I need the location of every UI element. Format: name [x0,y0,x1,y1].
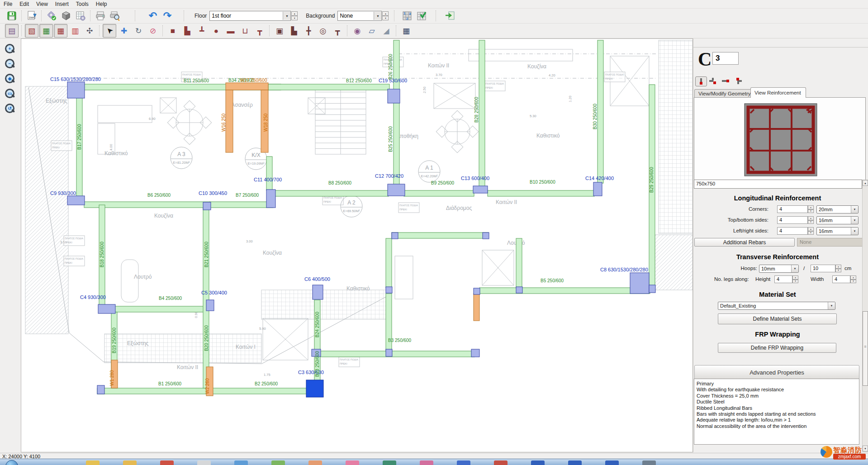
zoom-previous-tool[interactable]: ↺ [2,101,18,116]
legs-height-spinner[interactable]: ▲▼ [792,275,798,283]
mesh-tool-icon[interactable]: ▦ [399,24,413,38]
corners-count-input[interactable]: 4 [777,205,808,213]
menu-edit[interactable]: Edit [16,0,33,8]
corners-spinner[interactable]: ▲▼ [808,205,814,213]
background-spinner[interactable]: ▲▼ [382,11,389,20]
additional-rebars-button[interactable]: Additional Rebars [694,238,795,247]
taskbar-app-icon[interactable] [160,460,174,465]
hoop-spacing-input[interactable]: 10 [811,265,835,272]
panel-scrollbar[interactable]: ▲ ▼ [862,180,868,452]
legs-width-spinner[interactable]: ▲▼ [850,275,856,283]
tab-view-reinforcement[interactable]: View Reinforcement [750,87,806,98]
member-grid-icon[interactable]: ▦ [54,24,67,38]
corners-diameter-dropdown[interactable]: 20mm▼ [816,205,859,214]
zoom-in-tool[interactable]: + [2,42,18,56]
legs-width-input[interactable]: 4 [832,275,850,283]
menu-view[interactable]: View [33,0,52,8]
taskbar-app-icon[interactable] [86,460,100,465]
hoop-spacing-spinner[interactable]: ▲▼ [835,265,841,272]
member-id-input[interactable] [712,52,739,65]
redo-button[interactable]: ↷ [161,9,174,23]
rotate-tool-icon[interactable]: ↻ [132,24,145,38]
menu-tools[interactable]: Tools [72,0,92,8]
member-grid-green-icon[interactable]: ▦ [39,24,53,38]
taskbar-app-icon[interactable] [568,460,582,465]
taskbar-app-icon[interactable] [605,460,619,465]
define-material-sets-button[interactable]: Define Material Sets [718,313,837,324]
taskbar-app-icon[interactable] [271,460,285,465]
beam-lens-tool-icon[interactable]: ◉ [351,24,364,38]
taskbar-app-icon[interactable] [346,460,359,465]
print-preview-button[interactable] [108,9,122,23]
rc-L-tool-icon[interactable]: ▙ [287,24,301,38]
taskbar-app-icon[interactable] [197,460,211,465]
left-right-spinner[interactable]: ▲▼ [808,227,814,235]
column-U-tool-icon[interactable]: ⊔ [238,24,252,38]
scrollbar-thumb[interactable] [863,311,868,386]
member-grid-red-icon[interactable]: ▥ [68,24,82,38]
zoom-extents-tool[interactable]: ◆ [2,71,18,86]
column-L-tool-icon[interactable]: ▙ [180,24,194,38]
floor-plan-canvas[interactable]: ΚαθιστικόΚουζίναΛουτρόΚοιτών IIΚοιτών IΚ… [21,38,693,452]
floor-combobox[interactable]: 1st floor▼ [209,11,291,21]
advanced-properties-header[interactable]: Advanced Properties [694,365,859,380]
delete-tool-icon[interactable]: ⊘ [146,24,160,38]
taskbar-app-icon[interactable] [308,460,322,465]
settings-button[interactable] [45,9,58,23]
left-right-diameter-dropdown[interactable]: 16mm▼ [816,227,859,235]
taskbar-app-icon[interactable] [494,460,508,465]
legs-height-input[interactable]: 4 [774,275,792,283]
menu-help[interactable]: Help [92,0,111,8]
menu-insert[interactable]: Insert [52,0,72,8]
floor-spinner[interactable]: ▲▼ [291,11,298,20]
joint-right-icon[interactable] [720,76,731,85]
view-3d-button[interactable] [59,9,73,23]
renumber-floors-button[interactable]: 132 [401,9,414,23]
rc-plus-tool-icon[interactable]: ╋ [302,24,315,38]
hoops-diameter-dropdown[interactable]: 10mm▼ [759,265,799,273]
start-button[interactable] [5,460,18,465]
menu-file[interactable]: File [0,0,16,8]
ramp-tool-icon[interactable]: ◢ [379,24,393,38]
top-bottom-spinner[interactable]: ▲▼ [808,216,814,224]
left-right-count-input[interactable]: 4 [777,227,808,235]
print-button[interactable] [94,9,107,23]
rc-tee-tool-icon[interactable]: ┳ [331,24,344,38]
move-tool-icon[interactable]: ✚ [117,24,131,38]
select-tool-icon[interactable]: ➤ [103,24,116,38]
column-tee-tool-icon[interactable]: ┳ [253,24,266,38]
column-T-tool-icon[interactable]: ┻ [195,24,209,38]
define-frp-wrapping-button[interactable]: Define FRP Wrapping [718,343,836,353]
background-combobox[interactable]: None▼ [337,11,382,21]
material-set-dropdown[interactable]: Default_Existing▼ [718,302,835,310]
connect-members-icon[interactable]: ✣ [83,24,96,38]
section-size-listbox[interactable]: 750x750 [694,180,862,189]
taskbar-app-icon[interactable] [234,460,248,465]
tab-view-modify-geometry[interactable]: View/Modify Geometry [694,89,758,98]
joint-bottom-right-icon[interactable] [707,76,718,85]
top-bottom-diameter-dropdown[interactable]: 16mm▼ [816,216,859,224]
taskbar-app-icon[interactable] [642,460,656,465]
import-dwg-button[interactable]: DWG [25,9,38,23]
taskbar-app-icon[interactable] [383,460,396,465]
rc-circle-tool-icon[interactable]: ◎ [316,24,330,38]
taskbar-app-icon[interactable] [123,460,137,465]
taskbar-app-icon[interactable] [420,460,433,465]
column-circle-tool-icon[interactable]: ● [209,24,223,38]
dwg-view-toggle-icon[interactable]: ▤ [5,24,19,38]
undo-button[interactable]: ↶ [146,9,160,23]
rc-rect-tool-icon[interactable]: ▣ [273,24,286,38]
top-bottom-count-input[interactable]: 4 [777,216,808,224]
windows-taskbar[interactable] [0,459,868,465]
export-model-button[interactable] [443,9,457,23]
joint-top-icon[interactable] [733,76,744,85]
zoom-window-tool[interactable]: ▭ [2,86,18,101]
grid-settings-button[interactable] [74,9,87,23]
save-button[interactable] [5,9,19,23]
wall-section-tool-icon[interactable]: ▬ [224,24,237,38]
joint-bottom-icon[interactable] [695,76,707,86]
slab-tool-icon[interactable]: ▱ [365,24,379,38]
taskbar-app-icon[interactable] [531,460,545,465]
import-sections-dwg-icon[interactable]: ▧ [25,24,38,38]
column-rect-tool-icon[interactable]: ■ [166,24,180,38]
